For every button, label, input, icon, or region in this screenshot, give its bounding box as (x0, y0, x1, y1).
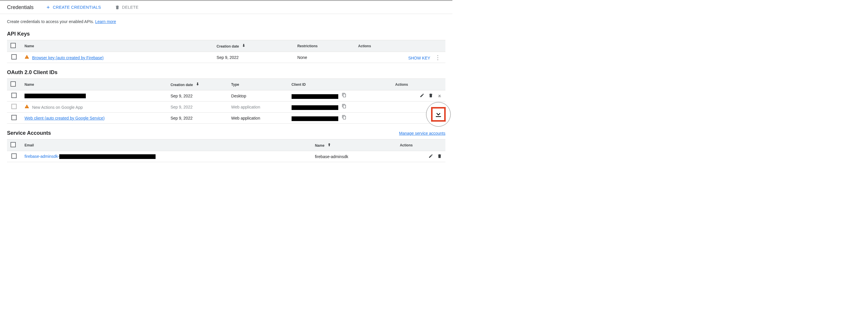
table-row: Sep 9, 2022 Desktop (7, 91, 445, 101)
topbar: Credentials CREATE CREDENTIALS DELETE (0, 0, 453, 14)
oauth-name-link[interactable]: Web client (auto created by Google Servi… (25, 116, 104, 121)
col-created[interactable]: Creation date (213, 40, 294, 52)
col-name[interactable]: Name (311, 139, 396, 151)
create-credentials-label: CREATE CREDENTIALS (53, 5, 101, 10)
oauth-type: Web application (228, 101, 288, 112)
more-icon[interactable]: ⋮ (434, 54, 442, 61)
row-checkbox[interactable] (11, 115, 17, 120)
copy-icon[interactable] (342, 116, 346, 121)
plus-icon (46, 5, 51, 10)
edit-icon[interactable] (420, 94, 426, 99)
svc-select-all-checkbox[interactable] (10, 142, 16, 147)
intro-text: Create credentials to access your enable… (7, 19, 445, 24)
oauth-section: OAuth 2.0 Client IDs Name Creation date … (7, 69, 445, 124)
svc-email-link[interactable]: firebase-adminsdk- (25, 154, 59, 159)
oauth-created: Sep 9, 2022 (167, 101, 228, 112)
arrow-down-icon (195, 83, 199, 87)
row-checkbox[interactable] (11, 54, 17, 60)
oauth-type: Desktop (228, 91, 288, 101)
redacted-client-id (291, 105, 338, 110)
trash-icon[interactable] (429, 94, 434, 99)
service-accounts-table: Email Name Actions fi (7, 139, 445, 162)
col-actions: Actions (392, 79, 445, 91)
row-checkbox[interactable] (11, 154, 17, 159)
oauth-name: New Actions on Google App (32, 105, 83, 110)
redacted-name (25, 94, 86, 98)
table-row: Browser key (auto created by Firebase) S… (7, 52, 445, 63)
col-restrictions[interactable]: Restrictions (294, 40, 354, 52)
warning-icon (25, 56, 30, 60)
oauth-table: Name Creation date Type Client ID Action… (7, 78, 445, 124)
api-keys-select-all-checkbox[interactable] (10, 43, 16, 48)
trash-icon[interactable] (437, 155, 442, 159)
col-name[interactable]: Name (21, 79, 167, 91)
col-actions: Actions (354, 40, 445, 52)
col-client-id[interactable]: Client ID (288, 79, 392, 91)
col-actions: Actions (396, 139, 445, 151)
oauth-type: Web application (228, 112, 288, 124)
arrow-up-icon (327, 143, 331, 147)
copy-icon[interactable] (342, 94, 346, 98)
oauth-created: Sep 9, 2022 (167, 91, 228, 101)
col-email[interactable]: Email (21, 139, 311, 151)
warning-icon (25, 105, 30, 110)
row-checkbox (11, 104, 17, 109)
arrow-down-icon (242, 44, 246, 48)
redacted-client-id (291, 116, 338, 121)
edit-icon[interactable] (429, 155, 434, 159)
annotation-highlight (426, 102, 451, 127)
service-accounts-title: Service Accounts (7, 130, 51, 136)
trash-icon (115, 5, 120, 10)
copy-icon[interactable] (342, 105, 346, 109)
api-key-created: Sep 9, 2022 (213, 52, 294, 63)
row-checkbox[interactable] (11, 93, 17, 98)
api-keys-title: API Keys (7, 31, 445, 37)
annotation-highlight-box (431, 107, 446, 122)
create-credentials-button[interactable]: CREATE CREDENTIALS (44, 4, 103, 11)
page-title: Credentials (7, 4, 34, 10)
manage-service-accounts-link[interactable]: Manage service accounts (399, 131, 445, 136)
table-row: Web client (auto created by Google Servi… (7, 112, 445, 124)
learn-more-link[interactable]: Learn more (95, 19, 116, 24)
delete-button[interactable]: DELETE (113, 4, 141, 11)
service-accounts-section: Service Accounts Manage service accounts… (7, 130, 445, 162)
api-keys-table: Name Creation date Restrictions Actions (7, 40, 445, 63)
oauth-select-all-checkbox[interactable] (10, 81, 16, 87)
table-row: firebase-adminsdk- firebase-adminsdk (7, 151, 445, 162)
download-icon (434, 110, 443, 119)
redacted-client-id (291, 94, 338, 99)
col-type[interactable]: Type (228, 79, 288, 91)
col-created[interactable]: Creation date (167, 79, 228, 91)
api-keys-section: API Keys Name Creation date Restrictions (7, 31, 445, 63)
redacted-email-tail (59, 154, 156, 159)
table-row: New Actions on Google App Sep 9, 2022 We… (7, 101, 445, 112)
delete-label: DELETE (122, 5, 138, 10)
oauth-title: OAuth 2.0 Client IDs (7, 69, 445, 75)
api-key-name-link[interactable]: Browser key (auto created by Firebase) (32, 56, 103, 60)
svc-name: firebase-adminsdk (311, 151, 396, 162)
api-key-restrictions: None (294, 52, 354, 63)
show-key-button[interactable]: SHOW KEY (408, 56, 430, 60)
oauth-created: Sep 9, 2022 (167, 112, 228, 124)
download-icon[interactable] (437, 94, 442, 99)
col-name[interactable]: Name (21, 40, 213, 52)
